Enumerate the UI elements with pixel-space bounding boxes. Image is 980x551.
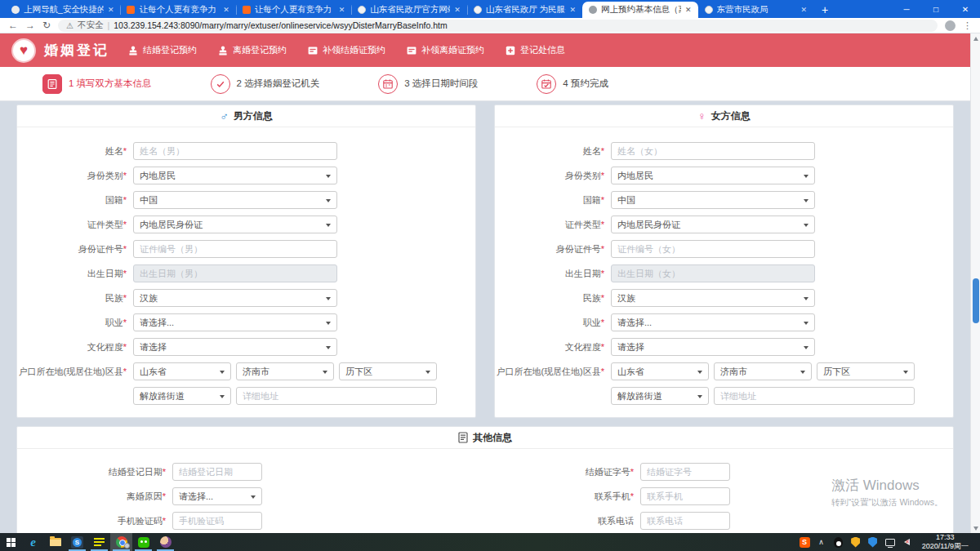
tab-close-icon[interactable]: ✕ [108, 6, 114, 14]
female-info-panel: ♀ 女方信息 姓名*身份类别*内地居民国籍*中国证件类型*内地居民身份证身份证件… [494, 104, 954, 418]
male-street-select[interactable]: 解放路街道 [133, 387, 231, 405]
browser-tab[interactable]: 让每个人更有竞争力✕ [120, 2, 235, 18]
male-education-select[interactable]: 请选择 [133, 338, 337, 356]
tab-close-icon[interactable]: ✕ [339, 6, 345, 14]
site-nav-item-3[interactable]: 补领结婚证预约 [307, 44, 385, 56]
close-button[interactable]: ✕ [951, 0, 980, 18]
browser-tab[interactable]: 山东省民政厅 为民服务✕ [467, 2, 582, 18]
new-tab-button[interactable]: + [813, 3, 836, 18]
51job-favicon [127, 6, 135, 14]
tab-close-icon[interactable]: ✕ [800, 6, 807, 14]
site-nav-item-4[interactable]: 补领离婚证预约 [406, 44, 484, 56]
tab-title: 让每个人更有竞争力 [255, 4, 335, 16]
female-birth-date-label: 出生日期* [495, 268, 611, 280]
notes-icon[interactable] [88, 533, 110, 551]
minimize-button[interactable]: ─ [892, 0, 921, 18]
ie-icon[interactable]: e [22, 533, 44, 551]
step-4[interactable]: 4 预约完成 [537, 74, 608, 94]
female-ethnicity-select[interactable]: 汉族 [611, 289, 815, 307]
tray-expand-icon[interactable]: ∧ [816, 536, 827, 548]
male-identity-category-select[interactable]: 内地居民 [133, 167, 337, 184]
browser-tab[interactable]: 东营市民政局✕ [698, 2, 813, 18]
female-certificate-type-select[interactable]: 内地居民身份证 [611, 216, 815, 233]
male-city-select[interactable]: 济南市 [236, 362, 334, 380]
other-contact-mobile-input[interactable] [640, 487, 730, 505]
wechat-icon[interactable] [132, 533, 154, 551]
site-nav-item-2[interactable]: 离婚登记预约 [217, 44, 287, 56]
sogou-input-icon[interactable]: S [800, 537, 810, 548]
other-contact-phone-input[interactable] [640, 512, 730, 530]
step-1[interactable]: 1 填写双方基本信息 [42, 74, 152, 94]
female-certificate-number-input[interactable] [611, 240, 815, 258]
browser-360-icon[interactable]: S [66, 533, 88, 551]
female-district-select[interactable]: 历下区 [817, 362, 915, 380]
tab-close-icon[interactable]: ✕ [685, 6, 692, 14]
male-certificate-number-input[interactable] [133, 240, 337, 258]
tab-close-icon[interactable]: ✕ [454, 6, 461, 14]
female-occupation-select[interactable]: 请选择... [611, 313, 815, 331]
shield-blue-icon[interactable] [867, 536, 879, 548]
qq-icon[interactable] [833, 536, 844, 548]
site-nav-item-5[interactable]: 登记处信息 [505, 44, 565, 56]
browser-tab[interactable]: 山东省民政厅官方网站 下载专区✕ [351, 2, 466, 18]
female-nationality-select[interactable]: 中国 [611, 191, 815, 209]
male-district-select[interactable]: 历下区 [339, 362, 437, 380]
browser-menu-icon[interactable]: ⋮ [963, 20, 972, 31]
shield-yellow-icon[interactable] [850, 536, 862, 548]
required-marker: * [163, 516, 166, 526]
female-identity-category-select[interactable]: 内地居民 [611, 167, 815, 184]
browser-tab-bar: 上网导航_安全快捷的网址大全✕让每个人更有竞争力✕让每个人更有竞争力✕山东省民政… [0, 0, 980, 18]
site-nav-label: 结婚登记预约 [143, 44, 197, 56]
other-divorce-reason-select[interactable]: 请选择... [172, 487, 262, 505]
browser-tab[interactable]: 让每个人更有竞争力✕ [236, 2, 351, 18]
volume-muted-icon[interactable] [902, 536, 913, 548]
female-detailed-address-input[interactable] [714, 387, 915, 405]
taskbar-clock[interactable]: 17:33 2020/11/9周一 [919, 533, 975, 551]
female-name-input[interactable] [611, 142, 815, 160]
browser-tab[interactable]: 上网导航_安全快捷的网址大全✕ [5, 2, 120, 18]
male-household-region-label: 户口所在地(现居住地)区县* [17, 366, 133, 378]
network-icon[interactable] [884, 536, 896, 548]
video-app-icon[interactable] [154, 533, 176, 551]
scroll-down-arrow-icon[interactable] [971, 523, 980, 533]
tab-strip: 上网导航_安全快捷的网址大全✕让每个人更有竞争力✕让每个人更有竞争力✕山东省民政… [5, 2, 813, 18]
reload-icon[interactable]: ↻ [42, 20, 51, 30]
select-value: 解放路街道 [617, 390, 662, 402]
male-ethnicity-select[interactable]: 汉族 [133, 289, 337, 307]
back-icon[interactable]: ← [8, 20, 18, 30]
female-ethnicity-label: 民族* [495, 292, 611, 304]
other-sms-verify-code-input[interactable] [172, 512, 262, 530]
start-button[interactable] [0, 533, 22, 551]
profile-icon[interactable] [945, 20, 956, 31]
page-scrollbar[interactable] [970, 33, 980, 533]
tab-close-icon[interactable]: ✕ [570, 6, 577, 14]
female-province-select[interactable]: 山东省 [611, 362, 709, 380]
male-certificate-type-select[interactable]: 内地居民身份证 [133, 216, 337, 233]
other-marriage-certificate-number-input[interactable] [640, 463, 730, 481]
male-detailed-address-input[interactable] [236, 387, 437, 405]
scroll-up-arrow-icon[interactable] [971, 33, 980, 43]
female-education-select[interactable]: 请选择 [611, 338, 815, 356]
appointment-site-favicon [589, 6, 597, 14]
male-occupation-select[interactable]: 请选择... [133, 313, 337, 331]
step-2[interactable]: 2 选择婚姻登记机关 [211, 74, 320, 94]
tab-close-icon[interactable]: ✕ [223, 6, 229, 14]
other-panel-header: 其他信息 [17, 427, 953, 449]
site-nav-item-1[interactable]: 结婚登记预约 [127, 44, 197, 56]
system-tray: S∧ 17:33 2020/11/9周一 [800, 533, 980, 551]
tab-title: 山东省民政厅 为民服务 [486, 4, 566, 16]
female-street-select[interactable]: 解放路街道 [611, 387, 709, 405]
female-city-select[interactable]: 济南市 [714, 362, 812, 380]
scrollbar-thumb[interactable] [973, 278, 979, 323]
browser-tab[interactable]: 网上预约基本信息（离婚）✕ [582, 2, 697, 18]
male-nationality-select[interactable]: 中国 [133, 191, 337, 209]
step-3[interactable]: 3 选择日期时间段 [378, 74, 478, 94]
other-marriage-register-date-input[interactable] [172, 463, 262, 481]
male-province-select[interactable]: 山东省 [133, 362, 231, 380]
forward-icon[interactable]: → [25, 20, 35, 30]
address-bar[interactable]: ⚠ 不安全 | 103.239.154.243:8090/marry/marry… [58, 20, 938, 32]
chrome-icon[interactable] [110, 533, 132, 551]
file-explorer-icon[interactable] [44, 533, 66, 551]
maximize-button[interactable]: □ [921, 0, 951, 18]
male-name-input[interactable] [133, 142, 337, 160]
